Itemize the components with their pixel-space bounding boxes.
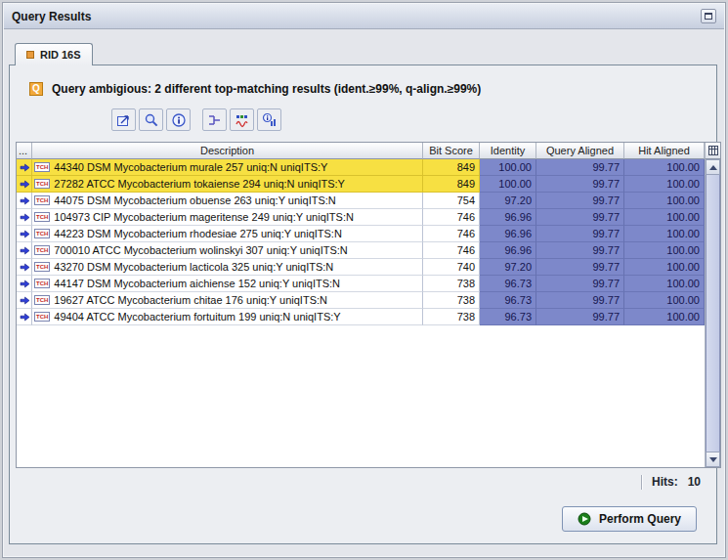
table-row[interactable]: TCH 44223 DSM Mycobacterium rhodesiae 27…: [17, 226, 705, 242]
tab-panel: Q Query ambigious: 2 different top-match…: [9, 65, 717, 544]
table-row[interactable]: TCH 44075 DSM Mycobacterium obuense 263 …: [17, 193, 705, 209]
sequence-icon: [235, 112, 250, 128]
trace-badge-icon: TCH: [34, 195, 50, 205]
row-identity: 96.96: [480, 226, 536, 242]
query-ambiguous-message: Q Query ambigious: 2 different top-match…: [29, 81, 481, 97]
row-description: 44340 DSM Mycobacterium murale 257 uniq:…: [54, 161, 327, 173]
column-header-bit-score[interactable]: Bit Score: [423, 143, 480, 159]
tab-label: RID 16S: [40, 49, 81, 61]
row-identity: 97.20: [480, 259, 536, 276]
column-settings-icon: [708, 146, 718, 155]
blue-right-arrow-icon: [20, 280, 30, 288]
table-row[interactable]: TCH 49404 ATCC Mycobacterium fortuitum 1…: [17, 309, 705, 325]
table-row[interactable]: TCH 27282 ATCC Mycobacterium tokaiense 2…: [17, 176, 705, 193]
scroll-down-button[interactable]: [706, 452, 720, 467]
window-title: Query Results: [12, 10, 91, 23]
row-hit-aligned: 100.00: [624, 309, 705, 325]
blue-right-arrow-icon: [20, 163, 30, 172]
window-titlebar[interactable]: Query Results: [4, 4, 724, 29]
up-arrow-icon: [709, 165, 717, 170]
table-row[interactable]: TCH 700010 ATCC Mycobacterium wolinskyi …: [17, 242, 705, 259]
column-header-hit-aligned[interactable]: Hit Aligned: [624, 143, 705, 159]
table-row[interactable]: TCH 44340 DSM Mycobacterium murale 257 u…: [17, 159, 705, 176]
blue-right-arrow-icon: [20, 263, 30, 272]
info-icon: [171, 112, 187, 128]
row-identity: 100.00: [480, 176, 536, 193]
column-settings-button[interactable]: [705, 143, 720, 159]
report-button[interactable]: [257, 108, 281, 131]
table-row[interactable]: TCH 44147 DSM Mycobacterium aichiense 15…: [17, 276, 705, 292]
blue-right-arrow-icon: [20, 196, 30, 205]
perform-query-label: Perform Query: [599, 512, 681, 526]
row-description: 44147 DSM Mycobacterium aichiense 152 un…: [54, 278, 340, 289]
row-query-aligned: 99.77: [536, 259, 624, 276]
row-arrow-cell: [17, 309, 32, 325]
vertical-scrollbar[interactable]: [705, 159, 720, 467]
table-body: TCH 44340 DSM Mycobacterium murale 257 u…: [17, 159, 705, 325]
row-bit-score: 738: [423, 309, 480, 325]
row-query-aligned: 99.77: [536, 176, 624, 193]
blue-right-arrow-icon: [20, 180, 30, 189]
row-arrow-cell: [17, 176, 32, 193]
row-identity: 96.73: [480, 276, 536, 292]
row-description-cell: TCH 44147 DSM Mycobacterium aichiense 15…: [32, 276, 423, 292]
row-arrow-cell: [17, 193, 32, 209]
blue-right-arrow-icon: [20, 246, 30, 255]
down-arrow-icon: [709, 457, 717, 462]
row-identity: 96.73: [480, 309, 536, 325]
scroll-up-button[interactable]: [706, 159, 720, 175]
row-query-aligned: 99.77: [536, 276, 624, 292]
row-hit-aligned: 100.00: [624, 242, 705, 259]
row-query-aligned: 99.77: [536, 209, 624, 226]
status-separator: [641, 475, 643, 490]
trace-badge-icon: TCH: [34, 212, 50, 222]
trace-badge-icon: TCH: [34, 312, 50, 322]
magnifier-button[interactable]: [139, 108, 163, 131]
row-hit-aligned: 100.00: [624, 259, 705, 276]
row-arrow-cell: [17, 292, 32, 309]
perform-query-button[interactable]: Perform Query: [562, 506, 697, 532]
table-row[interactable]: TCH 19627 ATCC Mycobacterium chitae 176 …: [17, 292, 705, 309]
row-arrow-cell: [17, 242, 32, 259]
row-hit-aligned: 100.00: [624, 276, 705, 292]
sequence-view-button[interactable]: [230, 108, 254, 131]
maximize-button[interactable]: [701, 9, 716, 23]
table-row[interactable]: TCH 43270 DSM Mycobacterium lacticola 32…: [17, 259, 705, 276]
hits-value: 10: [688, 475, 701, 489]
row-identity: 100.00: [480, 159, 536, 176]
row-query-aligned: 99.77: [536, 193, 624, 209]
info-button[interactable]: [166, 108, 191, 131]
tree-view-button[interactable]: [202, 108, 227, 131]
blue-right-arrow-icon: [20, 230, 30, 238]
trace-badge-icon: TCH: [34, 262, 50, 272]
row-identity: 96.96: [480, 209, 536, 226]
row-hit-aligned: 100.00: [624, 176, 705, 193]
tab-rid-16s[interactable]: RID 16S: [15, 43, 93, 65]
scrollbar-thumb[interactable]: [706, 175, 720, 452]
trace-badge-icon: TCH: [34, 229, 50, 238]
row-bit-score: 738: [423, 292, 480, 309]
tree-view-icon: [207, 112, 223, 128]
column-header-description[interactable]: Description: [32, 143, 423, 159]
row-bit-score: 738: [423, 276, 480, 292]
column-header-icons[interactable]: ...: [17, 143, 32, 159]
column-header-identity[interactable]: Identity: [480, 143, 536, 159]
row-hit-aligned: 100.00: [624, 159, 705, 176]
results-table: ... Description Bit Score Identity Query…: [16, 142, 721, 468]
row-query-aligned: 99.77: [536, 242, 624, 259]
alignment-export-icon: [116, 112, 132, 128]
tab-document-icon: [26, 51, 34, 59]
query-message-text: Query ambigious: 2 different top-matchin…: [52, 82, 481, 96]
table-row[interactable]: TCH 104973 CIP Mycobacterium mageritense…: [17, 209, 705, 226]
table-viewport: TCH 44340 DSM Mycobacterium murale 257 u…: [17, 159, 705, 467]
alignment-export-button[interactable]: [111, 108, 136, 131]
row-query-aligned: 99.77: [536, 226, 624, 242]
row-identity: 96.96: [480, 242, 536, 259]
row-hit-aligned: 100.00: [624, 226, 705, 242]
row-hit-aligned: 100.00: [624, 292, 705, 309]
row-hit-aligned: 100.00: [624, 193, 705, 209]
toolbar: [111, 108, 281, 131]
trace-badge-icon: TCH: [34, 279, 50, 288]
hits-label: Hits:: [652, 475, 678, 489]
column-header-query-aligned[interactable]: Query Aligned: [536, 143, 624, 159]
